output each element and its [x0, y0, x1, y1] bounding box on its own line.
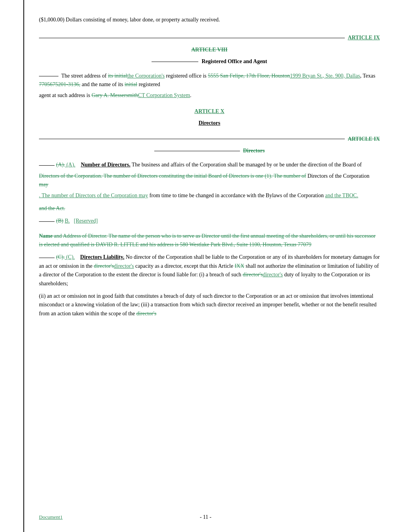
line-before-c	[39, 258, 55, 258]
and-the-act-block: and the Act.	[39, 204, 380, 213]
para-a-label-strike: (A).	[56, 162, 65, 168]
para-b-strike-label: (B)	[56, 218, 64, 224]
directors-strike-text: Directors	[240, 147, 265, 155]
reserved-text: [Reserved]	[74, 218, 98, 224]
the-corporations-inserted: the Corporation's	[127, 73, 164, 79]
directors-duty-strike: director's	[243, 272, 263, 277]
street-address-block: The street address of its initialthe Cor…	[39, 72, 380, 100]
para-a-label-inserted: (A).	[65, 162, 75, 168]
line-left-1	[39, 38, 345, 38]
zip-strike: 7705675201-3136,	[39, 81, 80, 87]
para-c-label-strike: (C).	[56, 254, 65, 260]
directors-capacity-strike: director's	[94, 263, 114, 269]
agent-period: .	[190, 92, 192, 98]
line-before-street	[39, 76, 58, 76]
line-before-a	[39, 165, 55, 166]
ixx-strike: IXX	[235, 263, 244, 269]
registered-office-heading: Registered Office and Agent	[198, 57, 267, 66]
number-of-directors-title: Number of Directors.	[81, 162, 130, 168]
and-address-strike: and Address of Director. The name of the…	[39, 233, 376, 247]
para-c-label-inserted: (C).	[65, 254, 75, 260]
article-ix-strike-text: ARTICLE IX	[348, 135, 380, 143]
footer: Document1 - 11 -	[0, 514, 411, 520]
address-strike: 5555 San Felipe, 17th Floor, Houston	[208, 73, 290, 79]
name-address-para: Name and Address of Director. The name o…	[39, 232, 380, 249]
texas-text: , Texas	[360, 73, 375, 79]
line-left-3	[39, 139, 345, 139]
street-address-para: The street address of its initialthe Cor…	[39, 72, 380, 89]
opening-para-text: ($1,000.00) Dollars consisting of money,…	[39, 16, 380, 24]
article-x-heading: ARTICLE X	[39, 107, 380, 116]
para-ii-text: (ii) an act or omission not in good fait…	[39, 292, 380, 318]
agent-name-strike: Gary A. Messersmith	[92, 92, 138, 98]
number-directors-inserted: . The number of Directors of the Corpora…	[39, 193, 148, 198]
article-ix-heading: ARTICLE IX	[348, 34, 380, 42]
para-ii-block: (ii) an act or omission not in good fait…	[39, 292, 380, 318]
para-a-block: (A). (A). Number of Directors. The busin…	[39, 161, 380, 200]
para-b-block: (B) B. [Reserved]	[39, 217, 380, 228]
footer-page: - 11 -	[200, 514, 212, 520]
left-border	[23, 0, 24, 532]
article-viii-strike: ARTICLE VIII	[39, 46, 380, 54]
directors-strike-row: Directors	[39, 147, 380, 155]
content: ($1,000.00) Dollars consisting of money,…	[39, 16, 380, 318]
address-inserted: 1999 Bryan St., Ste. 900, Dallas	[290, 73, 360, 79]
directors-liability-title: Directors Liability.	[80, 254, 124, 260]
initial-strike2: initial	[125, 81, 138, 87]
directors-final-strike: director's	[136, 311, 157, 316]
opening-para: ($1,000.00) Dollars consisting of money,…	[39, 16, 380, 24]
and-the-act-para: and the Act.	[39, 204, 380, 213]
agent-line-para: agent at such address is Gary A. Messers…	[39, 91, 380, 100]
para-a-text3: . The number of Directors of the Corpora…	[39, 191, 380, 200]
page: ($1,000.00) Dollars consisting of money,…	[0, 0, 411, 532]
para-b-text: (B) B. [Reserved]	[39, 217, 98, 225]
directors-duty-inserted: director's	[263, 272, 283, 277]
and-tboc-inserted: and the TBOC.	[325, 193, 358, 198]
line-before-b	[39, 221, 55, 222]
line-left-2	[152, 62, 198, 62]
directors-capacity-inserted: director's	[114, 263, 134, 269]
para-c-text1: (C). (C). Directors Liability. No direct…	[39, 253, 380, 288]
article-ix-line-row: ARTICLE IX	[39, 34, 380, 42]
agent-name-inserted: CT Corporation System	[138, 92, 190, 98]
may-strike: may	[39, 182, 48, 187]
its-initial-strike: its initial	[108, 73, 127, 79]
para-a-text: (A). (A). Number of Directors. The busin…	[39, 161, 380, 169]
street-text-1: The street address of	[61, 73, 106, 79]
line-left-4	[154, 151, 240, 151]
directors-of-corp-strike: Directors of the Corporation. The number…	[39, 173, 306, 179]
registered-office-is: registered office is	[166, 73, 208, 79]
footer-document: Document1	[39, 514, 63, 520]
name-address-block: Name and Address of Director. The name o…	[39, 232, 380, 249]
para-c-block: (C). (C). Directors Liability. No direct…	[39, 253, 380, 288]
para-a-text2: Directors of the Corporation. The number…	[39, 172, 380, 189]
article-ix-strike-row: ARTICLE IX	[39, 135, 380, 143]
para-b-inserted-label: B.	[65, 218, 70, 224]
and-name-text: and the name of its	[82, 81, 125, 87]
name-bold-strike: Name	[39, 233, 53, 239]
directors-subheading: Directors	[39, 119, 380, 127]
registered-office-line-row: Registered Office and Agent	[39, 57, 380, 66]
